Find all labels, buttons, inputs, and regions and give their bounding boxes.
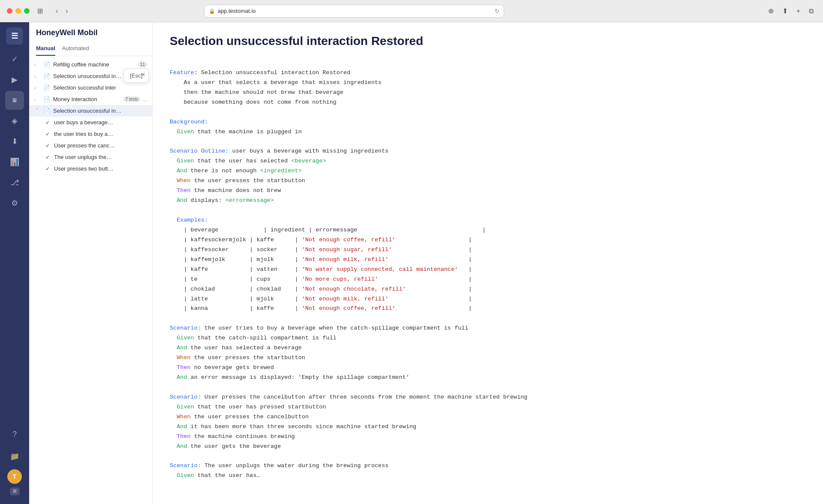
main-content: Selection unsuccessful interaction Resto… [153, 22, 823, 504]
url-text: app.testomat.io [218, 8, 256, 14]
chevron-right-icon: › [34, 74, 40, 79]
tree-item-money-interaction[interactable]: › 📄 Money interaction 7 tests … [29, 93, 152, 105]
reload-button[interactable]: ↻ [495, 8, 499, 14]
browser-actions: ⊕ ⬆ + ⧉ [766, 6, 816, 16]
tree-subitem-user-tries[interactable]: ✓ the user tries to buy a… [29, 128, 152, 140]
app-container: ☰ ✓ ▶ ≡ ◈ ⬇ 📊 ⎇ ⚙ ? 📁 T ⌘ HoneyWell Mobi… [0, 22, 823, 504]
app-logo[interactable]: ☰ [6, 27, 23, 45]
tree-item-label: Refillig coffee machine [53, 61, 135, 68]
tree-subitem-user-presses-cancel[interactable]: ✓ User presses the canc… [29, 140, 152, 151]
file-icon: 📄 [43, 96, 50, 102]
sidebar-item-suites[interactable]: ◈ [5, 111, 24, 130]
tree-item-more: … [142, 96, 147, 102]
tree-item-label: Selection unsuccessful in… [53, 108, 147, 114]
sidebar-item-dashboard[interactable]: ✓ [5, 50, 24, 69]
back-button[interactable]: ‹ [53, 6, 60, 16]
tree-item-selection-successful[interactable]: › 📄 Selection successful inter [29, 82, 152, 93]
check-icon: ✓ [45, 120, 52, 126]
sidebar-item-tests[interactable]: ≡ [5, 91, 24, 110]
check-icon: ✓ [45, 166, 52, 172]
tree-item-badge: 7 tests [123, 96, 140, 102]
sidebar-item-run[interactable]: ▶ [5, 70, 24, 89]
share-button[interactable]: ⬆ [780, 6, 790, 16]
tree-subitem-user-presses-two[interactable]: ✓ User presses two butt… [29, 163, 152, 174]
tab-automated[interactable]: Automated [62, 42, 89, 56]
windows-button[interactable]: ⧉ [806, 6, 816, 16]
forward-button[interactable]: › [63, 6, 70, 16]
tree-subitem-user-buys[interactable]: ✓ user buys a beverage… [29, 117, 152, 128]
tree-item-label: Selection successful inter [53, 84, 147, 91]
sidebar-bottom: ? 📁 T ⌘ [5, 425, 24, 499]
check-icon: ✓ [45, 154, 52, 160]
address-bar[interactable]: 🔒 app.testomat.io ↻ [204, 5, 504, 18]
sidebar-item-help[interactable]: ? [5, 425, 24, 444]
sidebar-toggle-button[interactable]: ⊞ [35, 6, 45, 16]
tree-item-label: user buys a beverage… [54, 119, 147, 126]
tab-manual[interactable]: Manual [36, 42, 55, 56]
tree-item-selection-unsuccessful-expanded[interactable]: › 📄 Selection unsuccessful in… [29, 105, 152, 117]
tree-item-label: Money interaction [53, 96, 120, 102]
file-icon: 📄 [43, 84, 50, 91]
browser-navigation: ‹ › [53, 6, 71, 16]
minimize-button[interactable] [15, 8, 21, 14]
tooltip-popup: ✕ [Esc] [123, 69, 149, 83]
tree-subitem-user-unplugs[interactable]: ✓ The user unplugs the… [29, 151, 152, 163]
sidebar-item-files[interactable]: 📁 [5, 447, 24, 466]
keyboard-shortcut-hint[interactable]: ⌘ [10, 487, 20, 495]
app-sidebar: ☰ ✓ ▶ ≡ ◈ ⬇ 📊 ⎇ ⚙ ? 📁 T ⌘ [0, 22, 29, 504]
chevron-right-icon: › [34, 97, 40, 102]
sidebar-item-settings[interactable]: ⚙ [5, 194, 24, 213]
tree-item-label: User presses the canc… [54, 142, 147, 149]
close-button[interactable] [7, 8, 12, 14]
sidebar-item-git[interactable]: ⎇ [5, 173, 24, 192]
project-name: HoneyWell Mobil [29, 22, 152, 42]
chevron-right-icon: › [34, 85, 40, 90]
browser-chrome: ⊞ ‹ › 🔒 app.testomat.io ↻ ⊕ ⬆ + ⧉ [0, 0, 823, 22]
tree-item-badge: 11 [138, 62, 147, 67]
tree-item-label: User presses two butt… [54, 165, 147, 172]
sidebar-item-reports[interactable]: 📊 [5, 153, 24, 171]
traffic-lights [7, 8, 30, 14]
maximize-button[interactable] [24, 8, 30, 14]
file-icon: 📄 [43, 61, 50, 68]
chevron-right-icon: › [34, 62, 40, 67]
check-icon: ✓ [45, 131, 52, 137]
tooltip-close-button[interactable]: ✕ [141, 71, 146, 78]
tree-item-label: The user unplugs the… [54, 154, 147, 160]
file-icon: 📄 [43, 108, 50, 114]
tree-body: › 📄 Refillig coffee machine 11 › 📄 Selec… [29, 56, 152, 504]
sidebar-item-import[interactable]: ⬇ [5, 132, 24, 151]
code-block: Feature: Selection unsuccessful interact… [170, 58, 806, 481]
tree-item-label: the user tries to buy a… [54, 131, 147, 137]
check-icon: ✓ [45, 143, 52, 149]
extensions-button[interactable]: ⊕ [766, 6, 776, 16]
new-tab-button[interactable]: + [794, 6, 803, 16]
file-icon: 📄 [43, 73, 50, 79]
user-avatar[interactable]: T [7, 469, 22, 484]
tree-panel: HoneyWell Mobil Manual Automated ✕ [Esc]… [29, 22, 153, 504]
lock-icon: 🔒 [209, 8, 215, 14]
chevron-down-icon: › [35, 108, 40, 114]
page-title: Selection unsuccessful interaction Resto… [170, 34, 806, 48]
tab-row: Manual Automated [29, 42, 152, 56]
